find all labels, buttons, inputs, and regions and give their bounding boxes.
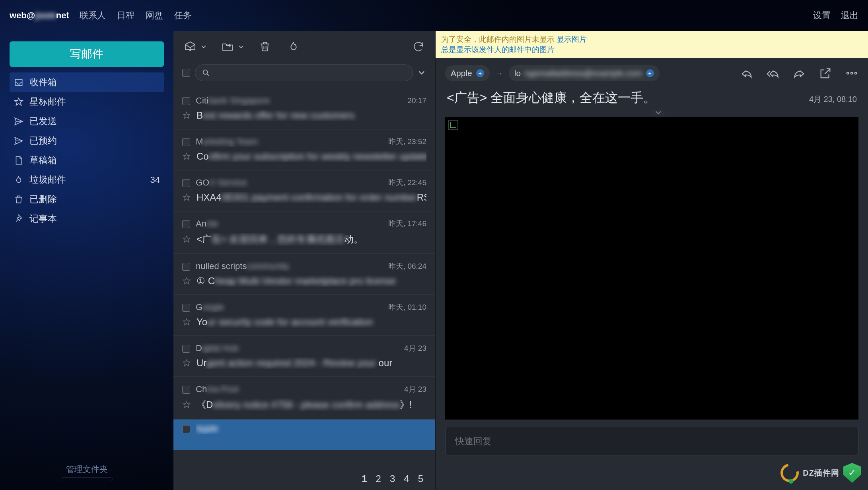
collapse-header-toggle[interactable] <box>652 110 665 115</box>
message-checkbox[interactable] <box>182 220 190 228</box>
inbox-icon <box>14 77 24 88</box>
search-box[interactable] <box>195 64 413 81</box>
message-checkbox[interactable] <box>182 425 190 433</box>
nav-tasks[interactable]: 任务 <box>174 10 192 21</box>
star-toggle[interactable] <box>182 400 191 409</box>
message-row[interactable]: Digital Hub4月 23Urgent action required 2… <box>173 336 435 377</box>
message-row[interactable]: Google昨天, 01:10Your security code for ac… <box>173 295 435 336</box>
blocked-image-icon <box>448 120 458 130</box>
to-chip-prefix: lo <box>514 68 521 78</box>
page-5[interactable]: 5 <box>416 473 425 484</box>
address-prefix: web@ <box>10 10 35 20</box>
page-4[interactable]: 4 <box>402 473 411 484</box>
message-checkbox[interactable] <box>182 97 190 105</box>
trash-icon <box>14 194 24 205</box>
to-chip[interactable]: longemailaddress@example.com + <box>509 65 660 81</box>
folder-badge: 34 <box>150 175 160 185</box>
message-row[interactable]: nulled scripts community昨天, 06:24① Cheap… <box>173 254 435 295</box>
folder-star[interactable]: 星标邮件 <box>10 92 164 111</box>
sidebar-footer: 管理文件夹 <box>10 464 164 487</box>
message-checkbox[interactable] <box>182 263 190 271</box>
message-checkbox[interactable] <box>182 179 190 187</box>
select-all-checkbox[interactable] <box>182 69 190 77</box>
search-input[interactable] <box>214 69 406 77</box>
message-time: 昨天, 17:46 <box>388 219 426 229</box>
message-checkbox[interactable] <box>182 386 190 394</box>
sidebar: 写邮件 收件箱星标邮件已发送已预约草稿箱垃圾邮件34已删除记事本 管理文件夹 <box>0 31 173 490</box>
message-subject: Urgent action required 2024 - Review you… <box>197 357 426 369</box>
message-row[interactable]: Apple <box>173 420 435 450</box>
folder-fire[interactable]: 垃圾邮件34 <box>10 170 164 189</box>
folder-trash[interactable]: 已删除 <box>10 189 164 209</box>
forward-button[interactable] <box>792 66 806 80</box>
list-search-row <box>173 62 435 88</box>
message-subject: Confirm your subscription for weekly new… <box>197 151 426 162</box>
spam-button[interactable] <box>286 39 302 55</box>
star-icon <box>14 97 24 107</box>
show-images-link[interactable]: 显示图片 <box>557 35 587 43</box>
logout-link[interactable]: 退出 <box>841 10 858 21</box>
add-contact-icon[interactable]: + <box>646 69 654 77</box>
message-time: 昨天, 22:45 <box>388 178 426 188</box>
folder-inbox[interactable]: 收件箱 <box>10 72 164 92</box>
page-3[interactable]: 3 <box>388 473 397 484</box>
star-toggle[interactable] <box>182 235 191 244</box>
star-toggle[interactable] <box>182 193 191 202</box>
from-chip[interactable]: Apple + <box>445 65 490 81</box>
more-actions-button[interactable] <box>845 66 858 80</box>
reply-all-button[interactable] <box>766 66 780 80</box>
quick-reply-input[interactable] <box>455 436 849 447</box>
more-icon <box>845 66 858 80</box>
page-1[interactable]: 1 <box>360 473 368 484</box>
refresh-icon <box>412 40 425 53</box>
preview-subject: <广告> 全面身心健康，全在这一手。 <box>447 89 656 107</box>
message-checkbox[interactable] <box>182 345 190 353</box>
chevron-down-icon[interactable] <box>200 43 207 50</box>
reply-button[interactable] <box>740 66 753 80</box>
reply-icon <box>740 66 753 80</box>
compose-button[interactable]: 写邮件 <box>10 41 164 67</box>
message-checkbox[interactable] <box>182 304 190 312</box>
star-toggle[interactable] <box>182 359 191 367</box>
message-subject: Your security code for account verificat… <box>197 316 426 328</box>
page-2[interactable]: 2 <box>374 473 383 484</box>
search-options-toggle[interactable] <box>418 68 426 77</box>
message-row[interactable]: Citibank Singapore20:17Best rewards offe… <box>173 88 435 129</box>
archive-button[interactable] <box>182 39 198 55</box>
shield-check-icon: ✓ <box>843 463 861 483</box>
search-icon <box>202 68 210 77</box>
star-toggle[interactable] <box>182 277 191 285</box>
refresh-button[interactable] <box>411 39 426 55</box>
delete-button[interactable] <box>257 39 273 55</box>
message-row[interactable]: China Post4月 23《Delivery notice #758 - p… <box>173 377 435 420</box>
message-row[interactable]: Marketing Team昨天, 23:52Confirm your subs… <box>173 129 435 170</box>
add-contact-icon[interactable]: + <box>476 69 484 77</box>
nav-calendar[interactable]: 日程 <box>117 10 134 21</box>
message-time: 昨天, 06:24 <box>388 261 426 271</box>
fire-icon <box>287 40 300 53</box>
sidebar-scrollbar[interactable] <box>61 477 113 481</box>
message-row[interactable]: Annie昨天, 17:46<广告> 欢迎回来，您的专属优惠活动。 <box>173 211 435 254</box>
move-to-folder-button[interactable] <box>220 39 235 55</box>
quick-reply-box[interactable] <box>445 427 858 455</box>
folder-send[interactable]: 已预约 <box>10 131 164 150</box>
chevron-down-icon[interactable] <box>238 43 244 50</box>
manage-folders-link[interactable]: 管理文件夹 <box>10 464 164 475</box>
open-external-button[interactable] <box>819 66 832 80</box>
forward-icon <box>792 66 806 80</box>
folder-pin[interactable]: 记事本 <box>10 209 164 228</box>
message-time: 昨天, 01:10 <box>388 302 426 312</box>
nav-contacts[interactable]: 联系人 <box>80 10 106 21</box>
settings-link[interactable]: 设置 <box>813 10 831 21</box>
preview-date: 4月 23, 08:10 <box>809 94 857 105</box>
message-row[interactable]: GOV Service昨天, 22:45HXA40E001 payment co… <box>173 170 435 211</box>
star-toggle[interactable] <box>182 152 191 161</box>
folder-doc[interactable]: 草稿箱 <box>10 150 164 170</box>
message-checkbox[interactable] <box>182 138 190 146</box>
nav-netdisk[interactable]: 网盘 <box>146 10 163 21</box>
message-sender: Annie <box>196 219 383 229</box>
star-toggle[interactable] <box>182 318 191 326</box>
always-show-images-link[interactable]: 总是显示该发件人的邮件中的图片 <box>441 45 555 54</box>
folder-send[interactable]: 已发送 <box>10 111 164 131</box>
star-toggle[interactable] <box>182 111 191 120</box>
